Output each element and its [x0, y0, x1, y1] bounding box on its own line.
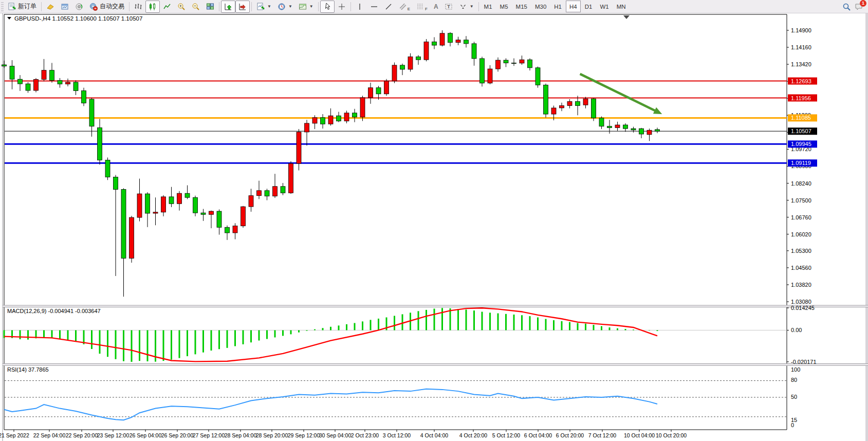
autotrading-button[interactable]: 自动交易 — [86, 1, 127, 13]
candle — [10, 66, 14, 79]
charts-button[interactable] — [58, 1, 72, 13]
notification-badge: 1 — [860, 0, 866, 7]
candle — [408, 57, 413, 69]
trendline-tool-button[interactable] — [381, 1, 396, 13]
toolbar-separator — [251, 2, 252, 11]
timeframe-m30-button[interactable]: M30 — [531, 1, 550, 12]
chart-shift-icon — [238, 3, 247, 11]
price-chart[interactable]: 1.149001.141601.134201.126801.119401.112… — [0, 0, 868, 441]
svg-text:80: 80 — [791, 377, 797, 383]
fibonacci-tool-button[interactable]: F — [413, 1, 431, 13]
svg-text:1.05300: 1.05300 — [791, 248, 811, 254]
vertical-line-tool-button[interactable] — [353, 1, 367, 13]
cursor-tool-button[interactable] — [320, 1, 335, 13]
candle — [217, 211, 221, 227]
candle — [639, 128, 644, 134]
candle — [2, 65, 7, 66]
timeframe-m5-button[interactable]: M5 — [496, 1, 512, 12]
candle — [440, 33, 445, 45]
profiles-icon — [46, 3, 54, 11]
toolbar-separator — [129, 2, 130, 11]
svg-text:4 Oct 04:00: 4 Oct 04:00 — [420, 432, 448, 438]
timeframe-w1-button[interactable]: W1 — [596, 1, 612, 12]
timeframe-d1-button[interactable]: D1 — [581, 1, 596, 12]
candlestick-chart-button[interactable] — [145, 1, 160, 13]
candle — [528, 60, 532, 68]
timeframe-h1-button[interactable]: H1 — [550, 1, 565, 12]
candle — [496, 60, 501, 69]
periods-button[interactable]: ▼ — [274, 1, 296, 13]
zoom-in-button[interactable] — [174, 1, 189, 13]
zoom-out-button[interactable] — [189, 1, 203, 13]
candle — [289, 163, 293, 193]
candle — [337, 116, 341, 121]
candle — [583, 99, 588, 105]
cursor-icon — [323, 3, 331, 11]
zoom-out-icon — [192, 3, 200, 11]
chart-shift-button[interactable] — [235, 1, 250, 13]
notifications-icon[interactable]: 1 — [855, 3, 863, 11]
candle — [42, 70, 46, 80]
auto-scroll-icon — [224, 3, 232, 11]
dropdown-caret-icon: ▼ — [470, 4, 474, 9]
toolbar-grip[interactable] — [1, 2, 4, 11]
charts-icon — [61, 3, 69, 11]
svg-text:1.03080: 1.03080 — [791, 299, 811, 305]
candle — [416, 57, 421, 60]
bar-chart-button[interactable] — [131, 1, 145, 13]
candle — [456, 40, 460, 43]
timeframe-m15-button[interactable]: M15 — [512, 1, 531, 12]
search-icon[interactable] — [842, 3, 851, 11]
horizontal-line-tool-button[interactable] — [367, 1, 381, 13]
svg-text:7 Oct 12:00: 7 Oct 12:00 — [588, 432, 616, 438]
tile-windows-icon — [206, 3, 214, 11]
symbol-ohlc-text: GBPUSD-,H4 1.10552 1.10600 1.10507 1.105… — [14, 15, 142, 22]
svg-text:26 Sep 04:00: 26 Sep 04:00 — [130, 432, 162, 438]
chart-window[interactable]: 1.149001.141601.134201.126801.119401.112… — [0, 0, 868, 441]
svg-text:1.09945: 1.09945 — [791, 141, 811, 147]
toolbar-separator — [350, 2, 351, 11]
auto-scroll-button[interactable] — [221, 1, 235, 13]
candle — [193, 197, 198, 213]
candle — [249, 196, 253, 207]
arrows-tool-button[interactable]: ▼ — [456, 1, 477, 13]
candle — [576, 101, 580, 105]
timeframe-m1-button[interactable]: M1 — [481, 1, 496, 12]
candle — [225, 227, 230, 233]
tile-windows-button[interactable] — [203, 1, 217, 13]
svg-text:50: 50 — [791, 394, 797, 400]
templates-button[interactable]: ▼ — [296, 1, 317, 13]
channel-tool-button[interactable]: E — [396, 1, 413, 13]
crosshair-tool-button[interactable] — [335, 1, 349, 13]
line-chart-button[interactable] — [160, 1, 174, 13]
candle — [520, 60, 524, 63]
candle — [560, 106, 564, 108]
templates-icon — [299, 3, 307, 11]
timeframe-mn-button[interactable]: MN — [613, 1, 630, 12]
price-label-1.09945: 1.09945 — [788, 140, 817, 148]
signal-icon — [75, 3, 83, 11]
new-order-label: 新订单 — [18, 2, 36, 11]
candle — [592, 99, 596, 118]
candle — [73, 82, 78, 91]
candle — [607, 126, 612, 128]
candle — [353, 113, 357, 117]
profiles-button[interactable] — [43, 1, 58, 13]
svg-text:6 Oct 20:00: 6 Oct 20:00 — [556, 432, 584, 438]
market-watch-button[interactable] — [72, 1, 86, 13]
timeframe-h4-button[interactable]: H4 — [566, 1, 581, 12]
candle — [273, 187, 278, 196]
svg-text:23 Sep 12:00: 23 Sep 12:00 — [97, 432, 130, 438]
candle — [464, 40, 469, 44]
price-label-1.11956: 1.11956 — [788, 95, 817, 102]
text-label-tool-button[interactable]: T — [441, 1, 456, 13]
candle — [535, 68, 540, 85]
svg-text:29 Sep 12:00: 29 Sep 12:00 — [288, 432, 320, 438]
new-order-button[interactable]: 新订单 — [5, 1, 40, 13]
rsi-label: RSI(14) 37.7865 — [7, 366, 49, 373]
candle — [169, 197, 174, 204]
text-tool-button[interactable]: A — [431, 1, 441, 13]
candle — [567, 101, 572, 105]
candlestick-chart-icon — [149, 3, 157, 11]
indicators-button[interactable]: ▼ — [253, 1, 274, 13]
